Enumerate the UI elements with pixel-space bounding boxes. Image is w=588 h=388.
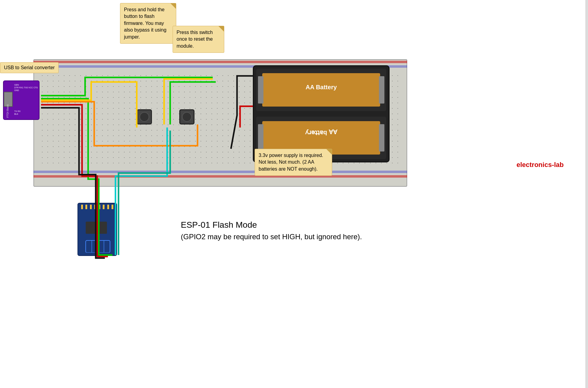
ftdi-brand-label: FTDI Basic	[6, 104, 9, 118]
flash-button-callout: Press and hold the button to flash firmw…	[120, 3, 176, 44]
usb-converter-label: USB to Serial converter	[4, 65, 55, 70]
esp01-pin-6	[103, 205, 105, 209]
esp01-pin-8	[112, 205, 113, 209]
ftdi-pin-labels: GEN DTR RX1 TX0 VCC CTS GND TX RX BLK	[14, 83, 39, 115]
esp01-pin-3	[90, 205, 92, 209]
esp01-pin-5	[98, 205, 100, 209]
breadboard-top-red-line	[33, 61, 407, 63]
battery-pack: AA Battery ʎɹǝʇʇɐq ∀∀	[253, 65, 390, 162]
breadboard-bot-blue-line	[33, 171, 407, 173]
ftdi-module: GEN DTR RX1 TX0 VCC CTS GND TX RX BLK FT…	[3, 80, 40, 120]
flash-button[interactable]	[137, 109, 152, 124]
esp01-pin-7	[107, 205, 109, 209]
usb-converter-callout: USB to Serial converter	[0, 62, 59, 73]
breadboard-bot-red-line	[33, 175, 407, 178]
reset-button-callout: Press this switch once to reset the modu…	[173, 26, 224, 53]
esp01-pin-4	[94, 205, 96, 209]
battery-top-slot: AA Battery	[256, 69, 386, 111]
esp01-pins-row	[78, 203, 116, 210]
esp01-antenna-area	[84, 239, 110, 254]
esp01-pin-1	[81, 205, 83, 209]
esp01-chip	[86, 222, 107, 234]
battery-bottom-label: ʎɹǝʇʇɐq ∀∀	[254, 128, 389, 136]
reset-button[interactable]	[179, 109, 194, 124]
bottom-description: ESP-01 Flash Mode (GPIO2 may be required…	[181, 219, 362, 242]
reset-button-text: Press this switch once to reset the modu…	[177, 30, 213, 49]
battery-top-label: AA Battery	[256, 84, 386, 91]
flash-button-text: Press and hold the button to flash firmw…	[124, 7, 167, 39]
watermark-label: electronics-lab	[517, 161, 564, 169]
bottom-subtitle: (GPIO2 may be required to set HIGH, but …	[181, 231, 362, 242]
bottom-title: ESP-01 Flash Mode	[181, 219, 362, 231]
esp01-pin-2	[85, 205, 87, 209]
power-note-callout: 3.3v power supply is required. Not less,…	[255, 149, 332, 176]
right-border	[586, 0, 588, 388]
esp01-module	[77, 203, 117, 256]
power-note-text: 3.3v power supply is required. Not less,…	[259, 153, 323, 172]
wiring-diagram	[0, 0, 588, 388]
